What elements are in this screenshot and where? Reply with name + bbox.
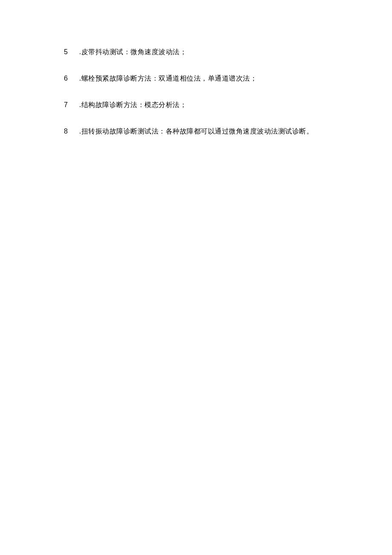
- list-item: 5 .皮带抖动测试：微角速度波动法；: [64, 47, 328, 57]
- list-item: 7 .结构故障诊断方法：模态分析法；: [64, 100, 328, 110]
- item-number: 8: [64, 126, 73, 137]
- item-number: 7: [64, 100, 73, 110]
- list-item: 8 .扭转振动故障诊断测试法：各种故障都可以通过微角速度波动法测试诊断。: [64, 126, 328, 137]
- item-text: .扭转振动故障诊断测试法：各种故障都可以通过微角速度波动法测试诊断。: [79, 126, 313, 137]
- item-text: .螺栓预紧故障诊断方法：双通道相位法，单通道谱次法；: [79, 73, 257, 84]
- list-item: 6 .螺栓预紧故障诊断方法：双通道相位法，单通道谱次法；: [64, 73, 328, 84]
- item-number: 6: [64, 73, 73, 84]
- item-number: 5: [64, 47, 73, 57]
- item-text: .皮带抖动测试：微角速度波动法；: [79, 47, 187, 57]
- item-text: .结构故障诊断方法：模态分析法；: [79, 100, 187, 110]
